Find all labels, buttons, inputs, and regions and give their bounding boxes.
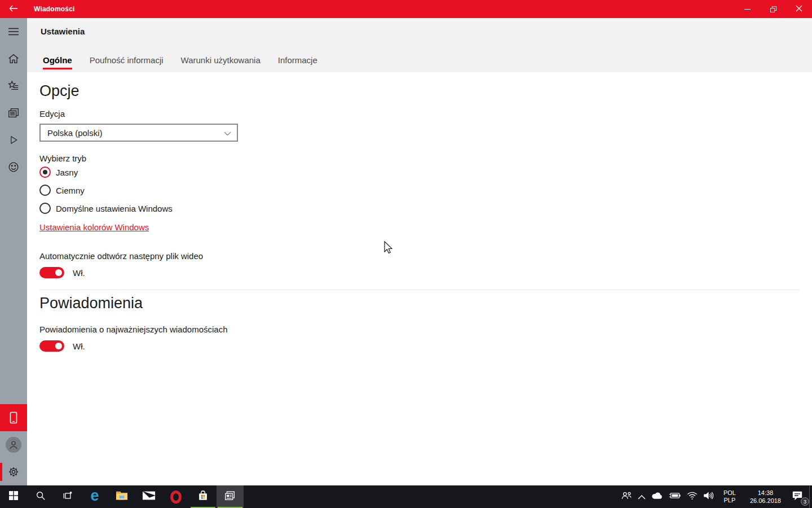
sidebar-menu-button[interactable]	[0, 18, 27, 45]
people-button[interactable]	[618, 485, 635, 508]
system-tray: POL PLP 14:38 26.06.2018 3	[618, 485, 812, 508]
clock[interactable]: 14:38 26.06.2018	[743, 485, 788, 508]
app-sidebar	[0, 18, 27, 485]
windows-color-settings-link[interactable]: Ustawienia kolorów Windows	[39, 222, 149, 232]
gear-icon	[7, 466, 20, 478]
wifi-icon	[687, 492, 698, 502]
newspapers-icon	[7, 107, 20, 119]
minimize-icon	[744, 9, 751, 10]
store-button[interactable]	[189, 485, 217, 508]
mode-group-label: Wybierz tryb	[39, 154, 800, 163]
edge-icon: e	[90, 488, 99, 503]
main-content: Ustawienia Ogólne Poufność informacji Wa…	[27, 18, 812, 485]
sidebar-item-settings[interactable]	[0, 458, 27, 485]
tab-ogolne[interactable]: Ogólne	[43, 55, 72, 72]
sidebar-item-video[interactable]	[0, 126, 27, 154]
edge-button[interactable]: e	[81, 485, 108, 508]
autoplay-label: Automatycznie odtwórz następny plik wide…	[39, 251, 800, 261]
radio-button-selected	[39, 167, 51, 178]
mail-icon	[142, 491, 156, 503]
news-app-button[interactable]	[217, 485, 244, 508]
edition-label: Edycja	[39, 109, 800, 119]
task-view-icon	[63, 491, 73, 503]
sidebar-item-news-sources[interactable]	[0, 99, 27, 126]
sidebar-item-account[interactable]	[0, 431, 27, 458]
toggle-knob	[55, 269, 62, 276]
onedrive-button[interactable]	[648, 485, 666, 508]
tab-warunki-uzytkowania[interactable]: Warunki użytkowania	[181, 55, 261, 72]
tab-informacje[interactable]: Informacje	[278, 55, 317, 72]
active-tab-underline	[43, 68, 72, 69]
edition-dropdown[interactable]: Polska (polski)	[39, 124, 238, 142]
language-indicator[interactable]: POL PLP	[717, 485, 743, 508]
news-app-icon	[224, 489, 236, 504]
home-icon	[7, 52, 20, 65]
back-arrow-icon	[9, 4, 18, 14]
hidden-icons-button[interactable]	[635, 485, 648, 508]
radio-option-domyslne[interactable]: Domyślne ustawienia Windows	[39, 199, 800, 217]
battery-button[interactable]	[666, 485, 684, 508]
hamburger-menu-icon	[8, 28, 19, 36]
tab-poufnosc-informacji[interactable]: Poufność informacji	[90, 55, 164, 72]
close-icon	[796, 4, 802, 14]
window-controls	[734, 0, 812, 18]
close-button[interactable]	[786, 0, 812, 18]
notifications-toggle[interactable]	[39, 340, 64, 352]
radio-button	[39, 185, 51, 196]
notifications-state: Wł.	[73, 341, 85, 351]
sidebar-item-phone-promo[interactable]	[0, 404, 27, 431]
wifi-button[interactable]	[684, 485, 700, 508]
star-list-icon	[7, 80, 20, 92]
radio-option-ciemny[interactable]: Ciemny	[39, 181, 800, 199]
task-view-button[interactable]	[54, 485, 81, 508]
autoplay-toggle[interactable]	[39, 267, 64, 278]
minimize-button[interactable]	[734, 0, 760, 18]
autoplay-toggle-row: Wł.	[39, 267, 800, 278]
notifications-toggle-row: Wł.	[39, 340, 800, 352]
chevron-up-icon	[638, 492, 646, 502]
radio-option-jasny[interactable]: Jasny	[39, 163, 800, 181]
options-heading: Opcje	[39, 82, 800, 100]
battery-charging-icon	[669, 492, 681, 502]
file-explorer-icon	[116, 490, 128, 503]
sidebar-item-home[interactable]	[0, 45, 27, 72]
titlebar: Wiadomości	[0, 0, 812, 18]
avatar	[6, 437, 21, 453]
opera-icon	[170, 491, 182, 503]
back-button[interactable]	[0, 0, 27, 18]
start-button[interactable]	[0, 485, 27, 508]
radio-button	[39, 203, 51, 214]
restore-button[interactable]	[760, 0, 786, 18]
volume-button[interactable]	[700, 485, 717, 508]
search-icon	[36, 491, 46, 503]
language-code: POL	[723, 489, 736, 497]
show-desktop-button[interactable]	[809, 485, 812, 508]
taskbar: e	[0, 485, 812, 508]
sidebar-item-feedback[interactable]	[0, 154, 27, 181]
people-icon	[621, 491, 632, 503]
store-icon	[197, 489, 209, 504]
smiley-icon	[7, 161, 20, 173]
action-center-button[interactable]: 3	[788, 485, 809, 508]
file-explorer-button[interactable]	[108, 485, 135, 508]
sidebar-item-interests[interactable]	[0, 72, 27, 99]
play-icon	[8, 134, 19, 146]
selected-item-indicator	[0, 463, 2, 481]
mail-button[interactable]	[135, 485, 162, 508]
clock-time: 14:38	[750, 489, 781, 497]
restore-icon	[770, 6, 776, 12]
onedrive-cloud-icon	[651, 492, 663, 502]
settings-header: Ustawienia Ogólne Poufność informacji Wa…	[27, 18, 812, 72]
clock-date: 26.06.2018	[750, 497, 781, 505]
chevron-down-icon	[224, 128, 231, 138]
settings-tabs: Ogólne Poufność informacji Warunki użytk…	[43, 55, 317, 72]
taskbar-search-button[interactable]	[27, 485, 54, 508]
section-divider	[39, 290, 800, 290]
phone-icon	[8, 411, 19, 424]
keyboard-layout-code: PLP	[723, 497, 736, 504]
notification-badge: 3	[801, 497, 809, 506]
settings-content: Opcje Edycja Polska (polski) Wybierz try…	[27, 72, 812, 352]
notifications-label: Powiadomienia o najważniejszych wiadomoś…	[39, 325, 800, 334]
windows-start-icon	[9, 491, 18, 502]
opera-button[interactable]	[162, 485, 189, 508]
